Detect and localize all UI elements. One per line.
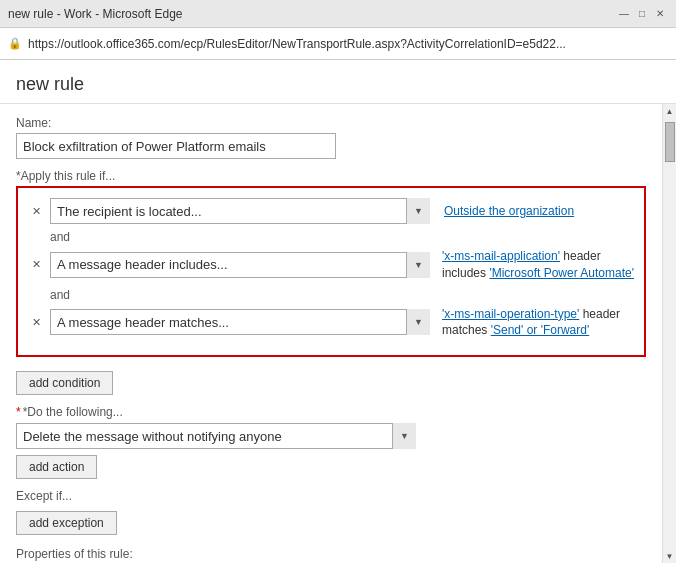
condition-3-link[interactable]: 'x-ms-mail-operation-type' (442, 307, 579, 321)
condition-2-dropdown-wrapper: A message header includes... ▼ (50, 252, 430, 278)
and-label-2: and (50, 288, 634, 302)
condition-1-value-link[interactable]: Outside the organization (444, 204, 574, 218)
apply-label: *Apply this rule if... (16, 169, 646, 183)
scroll-up-button[interactable]: ▲ (663, 104, 677, 118)
main-content: Name: *Apply this rule if... ✕ The recip… (0, 104, 662, 563)
condition-3-dropdown-wrapper: A message header matches... ▼ (50, 309, 430, 335)
properties-label: Properties of this rule: (16, 547, 646, 561)
scroll-down-button[interactable]: ▼ (663, 549, 677, 563)
condition-row-2: ✕ A message header includes... ▼ 'x-ms-m… (28, 248, 634, 282)
scroll-thumb[interactable] (665, 122, 675, 162)
condition-2-value: 'x-ms-mail-application' header includes … (442, 248, 634, 282)
do-dropdown[interactable]: Delete the message without notifying any… (16, 423, 416, 449)
lock-icon: 🔒 (8, 37, 22, 50)
except-group: Except if... add exception (16, 489, 646, 535)
scroll-track (663, 118, 677, 549)
condition-3-link2[interactable]: 'Send' or 'Forward' (491, 323, 590, 337)
condition-2-dropdown[interactable]: A message header includes... (50, 252, 430, 278)
name-input[interactable] (16, 133, 336, 159)
add-exception-button[interactable]: add exception (16, 511, 117, 535)
condition-row-1: ✕ The recipient is located... ▼ Outside … (28, 198, 634, 224)
window-controls[interactable]: — □ ✕ (616, 6, 668, 22)
page-header: new rule (0, 60, 676, 104)
conditions-box: ✕ The recipient is located... ▼ Outside … (16, 186, 646, 357)
remove-condition-2-button[interactable]: ✕ (28, 257, 44, 273)
url-text: https://outlook.office365.com/ecp/RulesE… (28, 37, 668, 51)
close-button[interactable]: ✕ (652, 6, 668, 22)
apply-rule-group: *Apply this rule if... ✕ The recipient i… (16, 169, 646, 395)
content-area: Name: *Apply this rule if... ✕ The recip… (0, 104, 676, 563)
except-label: Except if... (16, 489, 646, 503)
condition-3-dropdown[interactable]: A message header matches... (50, 309, 430, 335)
page-title: new rule (16, 74, 660, 95)
maximize-button[interactable]: □ (634, 6, 650, 22)
name-label: Name: (16, 116, 646, 130)
do-dropdown-wrapper: Delete the message without notifying any… (16, 423, 416, 449)
scrollbar[interactable]: ▲ ▼ (662, 104, 676, 563)
page: new rule Name: *Apply this rule if... ✕ (0, 60, 676, 563)
remove-condition-3-button[interactable]: ✕ (28, 314, 44, 330)
condition-2-link2[interactable]: 'Microsoft Power Automate' (489, 266, 634, 280)
title-bar: new rule - Work - Microsoft Edge — □ ✕ (0, 0, 676, 28)
window-title: new rule - Work - Microsoft Edge (8, 7, 183, 21)
condition-row-3: ✕ A message header matches... ▼ 'x-ms-ma… (28, 306, 634, 340)
minimize-button[interactable]: — (616, 6, 632, 22)
and-label-1: and (50, 230, 634, 244)
title-bar-left: new rule - Work - Microsoft Edge (8, 7, 183, 21)
condition-2-link[interactable]: 'x-ms-mail-application' (442, 249, 560, 263)
name-group: Name: (16, 116, 646, 159)
address-bar: 🔒 https://outlook.office365.com/ecp/Rule… (0, 28, 676, 60)
do-group: *Do the following... Delete the message … (16, 405, 646, 479)
add-condition-button[interactable]: add condition (16, 371, 113, 395)
add-action-button[interactable]: add action (16, 455, 97, 479)
condition-1-dropdown[interactable]: The recipient is located... (50, 198, 430, 224)
remove-condition-1-button[interactable]: ✕ (28, 203, 44, 219)
condition-1-dropdown-wrapper: The recipient is located... ▼ (50, 198, 430, 224)
do-label: *Do the following... (16, 405, 646, 419)
condition-3-value: 'x-ms-mail-operation-type' header matche… (442, 306, 634, 340)
